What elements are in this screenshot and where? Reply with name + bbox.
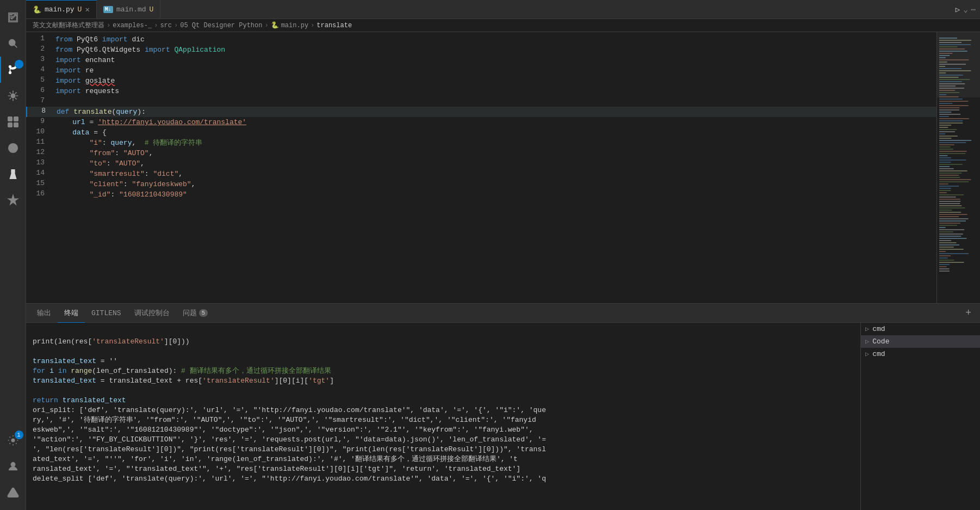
- activity-bar-bottom: 1: [0, 427, 26, 510]
- activity-bar-item-knowledge[interactable]: [0, 187, 26, 213]
- markdown-file-icon: M↓: [103, 6, 113, 13]
- activity-bar-item-explorer[interactable]: [0, 4, 26, 30]
- tab-label: main.md: [116, 5, 146, 14]
- activity-bar-item-search[interactable]: [0, 30, 26, 57]
- line-num-5: 5: [26, 76, 53, 84]
- terminal-line: return translated_text: [33, 396, 854, 405]
- terminal-line: for i in range(len_of_translated): # 翻译结…: [33, 366, 854, 376]
- line-num-2: 2: [26, 45, 53, 53]
- tab-modified: U: [78, 5, 82, 14]
- activity-bar-item-extensions[interactable]: [0, 109, 26, 135]
- line-content-12: "from": "AUTO",: [53, 148, 936, 158]
- activity-bar-item-lab[interactable]: [0, 161, 26, 187]
- python-file-icon: 🐍: [33, 5, 41, 14]
- panel-tab-problems[interactable]: 问题 5: [176, 304, 215, 323]
- tab-main-py[interactable]: 🐍 main.py U ✕: [26, 0, 97, 19]
- svg-rect-9: [8, 117, 11, 121]
- activity-bar-item-account[interactable]: [0, 453, 26, 480]
- terminal-line: [33, 327, 854, 337]
- line-content-6: import requests: [53, 86, 936, 96]
- minimap: [936, 32, 980, 303]
- line-content-10: data = {: [53, 127, 936, 138]
- breadcrumb-src[interactable]: src: [160, 22, 172, 29]
- code-line-1: 1 from PyQt6 import dic: [26, 34, 936, 45]
- terminal-line: print(len(res['translateResult'][0])): [33, 337, 854, 347]
- activity-bar: 1: [0, 0, 26, 510]
- activity-bar-item-remote[interactable]: [0, 135, 26, 161]
- line-content-8: def translate(query):: [54, 107, 936, 117]
- terminal-sidebar-item-cmd1[interactable]: ▷ cmd: [861, 323, 980, 335]
- terminal-sidebar-item-cmd2[interactable]: ▷ cmd: [861, 348, 980, 360]
- split-icon[interactable]: ⌄: [963, 5, 967, 14]
- terminal-sidebar-item-code[interactable]: ▷ Code: [861, 335, 980, 348]
- terminal-sidebar-label: Code: [872, 337, 889, 346]
- more-icon[interactable]: ⋯: [971, 5, 976, 14]
- activity-bar-item-gear[interactable]: [0, 480, 26, 506]
- line-content-4: import re: [53, 65, 936, 76]
- activity-bar-item-source-control[interactable]: [0, 57, 26, 83]
- panel-add-button[interactable]: +: [961, 308, 976, 318]
- svg-point-5: [9, 66, 11, 68]
- svg-rect-10: [14, 117, 17, 121]
- editor-area: 1 from PyQt6 import dic 2 from PyQt6.QtW…: [26, 32, 980, 303]
- terminal-line: translated_text = translated_text + res[…: [33, 376, 854, 386]
- panel-tab-output[interactable]: 输出: [30, 304, 58, 323]
- line-content-15: "client": "fanyideskweb",: [53, 179, 936, 189]
- line-content-13: "to": "AUTO",: [53, 158, 936, 169]
- settings-badge: 1: [15, 431, 23, 439]
- code-line-3: 3 import enchant: [26, 55, 936, 65]
- breadcrumb-examples[interactable]: examples-_: [113, 22, 152, 29]
- code-line-15: 15 "client": "fanyideskweb",: [26, 179, 936, 189]
- line-num-3: 3: [26, 55, 53, 63]
- tab-modified: U: [149, 5, 153, 14]
- panel-tab-output-label: 输出: [37, 308, 51, 318]
- line-num-16: 16: [26, 189, 53, 198]
- line-num-6: 6: [26, 86, 53, 94]
- activity-bar-item-debug[interactable]: [0, 83, 26, 109]
- panel-tab-debug-console[interactable]: 调试控制台: [128, 304, 176, 323]
- line-content-1: from PyQt6 import dic: [53, 34, 936, 45]
- panel: 输出 终端 GITLENS 调试控制台 问题 5 +: [26, 303, 980, 510]
- code-line-2: 2 from PyQt6.QtWidgets import QApplicati…: [26, 45, 936, 55]
- activity-bar-item-settings[interactable]: 1: [0, 427, 26, 453]
- line-num-15: 15: [26, 179, 53, 187]
- code-editor[interactable]: 1 from PyQt6 import dic 2 from PyQt6.QtW…: [26, 32, 936, 303]
- code-line-12: 12 "from": "AUTO",: [26, 148, 936, 158]
- line-num-10: 10: [26, 127, 53, 136]
- panel-tab-debug-label: 调试控制台: [134, 308, 170, 318]
- svg-point-3: [9, 40, 15, 46]
- breadcrumb-mainpy[interactable]: main.py: [281, 22, 308, 29]
- code-line-6: 6 import requests: [26, 86, 936, 96]
- code-line-9: 9 url = 'http://fanyi.youdao.com/transla…: [26, 117, 936, 127]
- panel-tab-terminal[interactable]: 终端: [58, 304, 85, 323]
- svg-point-6: [9, 72, 11, 74]
- tab-main-md[interactable]: M↓ main.md U: [97, 0, 160, 19]
- svg-rect-2: [10, 17, 11, 18]
- line-content-16: "_id": "16081210430989": [53, 189, 936, 200]
- tab-close-button[interactable]: ✕: [85, 5, 89, 14]
- line-content-3: import enchant: [53, 55, 936, 65]
- terminal-sidebar-icon: ▷: [865, 337, 869, 346]
- breadcrumb-root[interactable]: 英文文献翻译格式整理器: [33, 21, 104, 30]
- terminal-line: ry,', '#', '待翻译的字符串', '"from":', '"AUTO"…: [33, 415, 854, 425]
- terminal-line: ranslated_text', '=', "'translated_text'…: [33, 464, 854, 474]
- tab-right-actions: ▷ ⌄ ⋯: [956, 0, 980, 19]
- breadcrumb-symbol[interactable]: translate: [317, 22, 352, 29]
- terminal-content[interactable]: print(len(res['translateResult'][0])) tr…: [26, 323, 860, 510]
- svg-point-15: [11, 439, 15, 442]
- line-content-11: "i": query, # 待翻译的字符串: [53, 138, 936, 148]
- line-num-4: 4: [26, 65, 53, 73]
- panel-body: print(len(res['translateResult'][0])) tr…: [26, 323, 980, 510]
- breadcrumb-qt[interactable]: 05 Qt Designer Python: [180, 22, 262, 29]
- line-content-2: from PyQt6.QtWidgets import QApplication: [53, 45, 936, 55]
- line-content-5: import goslate: [53, 76, 936, 86]
- main-area: 🐍 main.py U ✕ M↓ main.md U ▷ ⌄ ⋯ 英文文献翻译格…: [26, 0, 980, 510]
- breadcrumb: 英文文献翻译格式整理器 › examples-_ › src › 05 Qt D…: [26, 19, 980, 32]
- terminal-line: delete_split ['def', 'translate(query):'…: [33, 474, 854, 484]
- code-line-4: 4 import re: [26, 65, 936, 76]
- run-icon[interactable]: ▷: [956, 5, 960, 14]
- panel-tab-bar: 输出 终端 GITLENS 调试控制台 问题 5 +: [26, 304, 980, 323]
- svg-rect-1: [10, 16, 13, 16]
- panel-tab-gitlens[interactable]: GITLENS: [85, 304, 128, 323]
- code-line-10: 10 data = {: [26, 127, 936, 138]
